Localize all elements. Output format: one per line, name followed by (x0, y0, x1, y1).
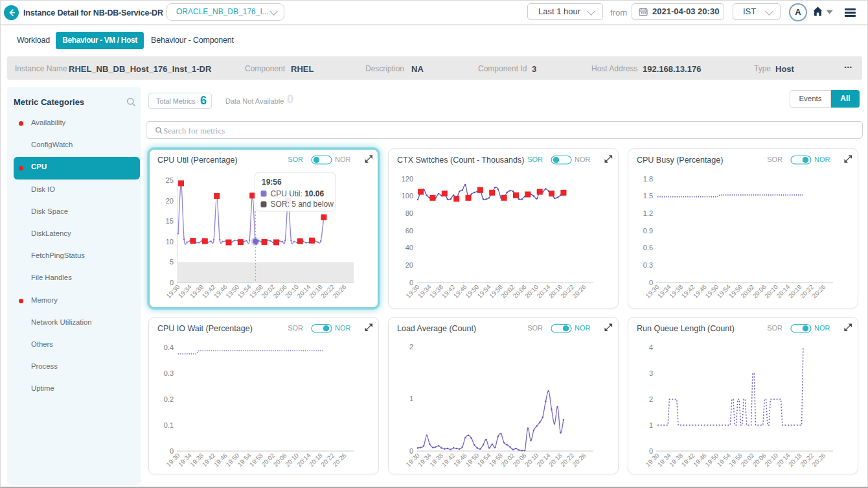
svg-text:SOR: SOR (767, 324, 782, 332)
svg-text:0.4: 0.4 (164, 343, 174, 351)
svg-text:NOR: NOR (575, 324, 591, 332)
svg-text:4: 4 (649, 343, 653, 351)
svg-text:1.8: 1.8 (643, 175, 653, 183)
svg-text:1.5: 1.5 (643, 192, 653, 200)
svg-text:0: 0 (409, 279, 413, 286)
svg-text:0: 0 (409, 447, 413, 455)
svg-text:0.1: 0.1 (164, 421, 174, 429)
svg-text:20:26: 20:26 (810, 283, 827, 299)
svg-text:20:26: 20:26 (331, 283, 347, 299)
svg-text:2: 2 (409, 343, 413, 351)
svg-text:5: 5 (170, 258, 174, 266)
svg-text:20:26: 20:26 (810, 452, 827, 468)
svg-text:CTX Switches (Count - Thousand: CTX Switches (Count - Thousands) (397, 156, 524, 165)
svg-text:120: 120 (402, 175, 413, 183)
svg-text:25: 25 (166, 176, 174, 184)
svg-text:NOR: NOR (335, 324, 351, 332)
svg-text:20:26: 20:26 (571, 452, 587, 468)
svg-text:20:26: 20:26 (571, 283, 587, 299)
svg-text:80: 80 (405, 209, 413, 217)
svg-text:0: 0 (170, 279, 174, 286)
svg-text:CPU Busy (Percentage): CPU Busy (Percentage) (637, 156, 723, 165)
svg-text:Run Queue Length (Count): Run Queue Length (Count) (637, 324, 735, 333)
svg-text:10: 10 (166, 238, 174, 246)
svg-text:SOR: SOR (527, 324, 543, 332)
svg-text:19:56: 19:56 (262, 178, 282, 187)
svg-text:SOR: 5 and below: SOR: 5 and below (271, 200, 334, 209)
svg-text:CPU IO Wait (Percentage): CPU IO Wait (Percentage) (157, 324, 253, 333)
svg-text:0: 0 (649, 447, 653, 455)
svg-text:SOR: SOR (288, 324, 303, 332)
svg-text:SOR: SOR (288, 156, 303, 163)
svg-text:NOR: NOR (814, 324, 830, 332)
svg-text:2: 2 (649, 395, 653, 403)
svg-text:1: 1 (409, 395, 413, 402)
svg-text:Load Average (Count): Load Average (Count) (397, 324, 476, 333)
svg-text:SOR: SOR (767, 156, 782, 163)
svg-text:NOR: NOR (575, 156, 591, 163)
svg-text:20: 20 (166, 197, 174, 205)
svg-text:15: 15 (166, 217, 174, 225)
svg-text:0: 0 (649, 279, 653, 286)
svg-text:NOR: NOR (335, 156, 351, 163)
svg-text:1.2: 1.2 (643, 209, 653, 217)
svg-text:100: 100 (402, 192, 413, 200)
svg-text:0.3: 0.3 (164, 369, 174, 377)
svg-text:40: 40 (405, 244, 413, 251)
svg-text:0.3: 0.3 (643, 261, 653, 269)
svg-text:1: 1 (649, 421, 653, 429)
svg-text:20: 20 (405, 261, 413, 269)
svg-text:20:26: 20:26 (331, 452, 347, 468)
svg-text:0.9: 0.9 (643, 227, 653, 235)
svg-text:CPU Util (Percentage): CPU Util (Percentage) (157, 156, 238, 165)
svg-text:CPU Util: 10.06: CPU Util: 10.06 (271, 189, 325, 198)
svg-text:0: 0 (170, 447, 174, 455)
svg-text:0.6: 0.6 (643, 244, 653, 251)
svg-text:NOR: NOR (814, 156, 830, 163)
svg-text:0.2: 0.2 (164, 395, 174, 403)
svg-text:60: 60 (405, 227, 413, 235)
svg-text:3: 3 (649, 369, 653, 377)
svg-text:SOR: SOR (527, 156, 543, 163)
